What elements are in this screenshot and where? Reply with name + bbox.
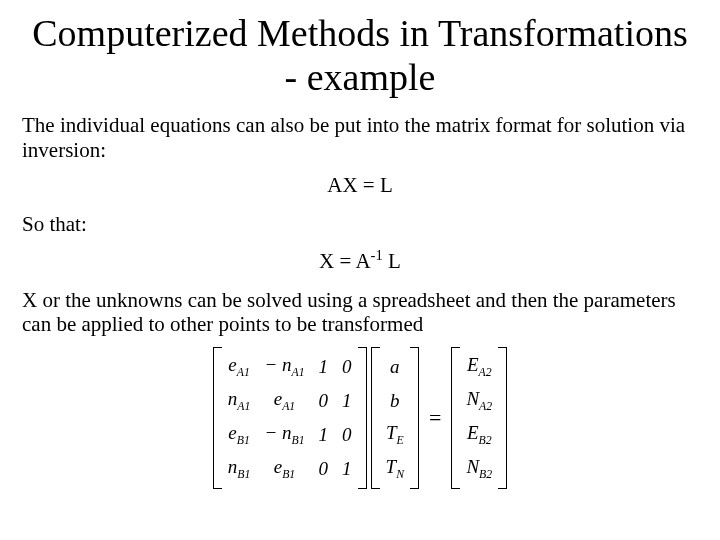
equals-sign: = <box>423 405 447 431</box>
slide-title: Computerized Methods in Transformations … <box>22 12 698 99</box>
eq2-superscript: -1 <box>371 247 383 263</box>
vector-x: a b TE TN <box>371 347 419 489</box>
so-that-label: So that: <box>22 212 698 237</box>
matrix-a: eA1 − nA1 1 0 nA1 eA1 0 1 eB1 − nB1 1 0 … <box>213 347 367 489</box>
intro-paragraph: The individual equations can also be put… <box>22 113 698 163</box>
vector-l: EA2 NA2 EB2 NB2 <box>451 347 507 489</box>
matrix-equation: eA1 − nA1 1 0 nA1 eA1 0 1 eB1 − nB1 1 0 … <box>22 347 698 489</box>
equation-ax-l: AX = L <box>22 173 698 198</box>
explain-paragraph: X or the unknowns can be solved using a … <box>22 288 698 338</box>
equation-x-ainv-l: X = A-1 L <box>22 247 698 274</box>
eq2-post: L <box>383 249 401 273</box>
eq2-pre: X = A <box>319 249 371 273</box>
